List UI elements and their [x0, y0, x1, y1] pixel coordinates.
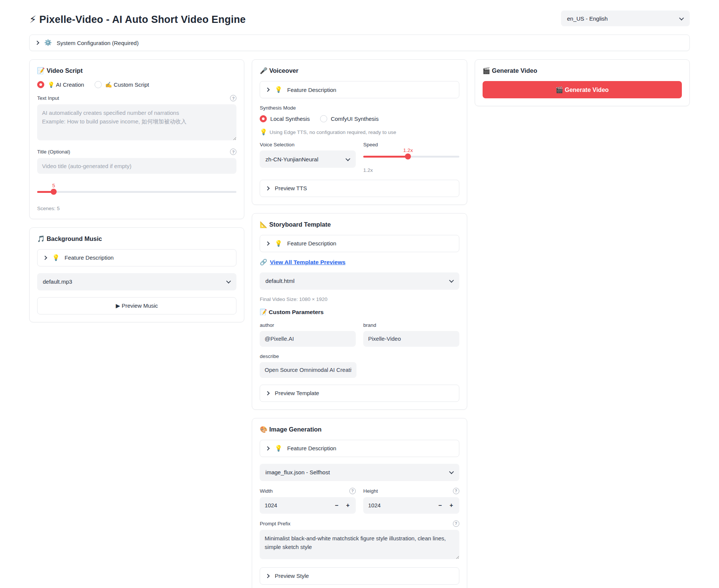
author-input[interactable] [260, 331, 356, 347]
preview-music-button[interactable]: ▶ Preview Music [37, 297, 236, 314]
synthesis-mode-block: Synthesis Mode Local Synthesis ComfyUI S… [260, 105, 459, 122]
preview-style-accordion[interactable]: Preview Style [260, 567, 459, 585]
script-text-input[interactable] [37, 104, 236, 140]
chevron-down-icon [226, 279, 231, 284]
feature-description-label: Feature Description [65, 254, 114, 261]
image-generation-card: 🎨 Image Generation 💡 Feature Description… [252, 418, 467, 588]
width-height-row: Width ? 1024 − + Height ? 1024 [260, 488, 459, 514]
voice-speed-row: Voice Selection zh-CN-YunjianNeural Spee… [260, 142, 459, 173]
radio-local-synthesis-label: Local Synthesis [270, 116, 310, 122]
music-feature-description-accordion[interactable]: 💡 Feature Description [37, 249, 236, 266]
radio-selected-icon [260, 115, 267, 122]
slider-track[interactable] [37, 191, 236, 193]
storyboard-feature-description-accordion[interactable]: 💡 Feature Description [260, 235, 459, 252]
generate-video-title: 🎬 Generate Video [483, 67, 682, 74]
height-value[interactable]: 1024 [368, 502, 435, 508]
help-icon[interactable]: ? [349, 488, 356, 494]
video-script-title: 📝 Video Script [37, 67, 236, 74]
radio-comfyui-synthesis[interactable]: ComfyUI Synthesis [320, 115, 379, 122]
workflow-dropdown[interactable]: image_flux.json - Selfhost [260, 464, 459, 481]
view-all-template-previews-link[interactable]: View All Template Previews [270, 259, 345, 266]
scenes-slider[interactable]: 5 [37, 183, 236, 193]
chevron-right-icon [266, 391, 270, 395]
script-mode-radio-group: 💡 AI Creation ✍️ Custom Script [37, 81, 236, 88]
bulb-icon: 💡 [275, 241, 282, 247]
voice-dropdown[interactable]: zh-CN-YunjianNeural [260, 150, 356, 168]
help-icon[interactable]: ? [230, 95, 236, 101]
template-previews-link-row: 🔗 View All Template Previews [260, 259, 459, 266]
help-icon[interactable]: ? [230, 149, 236, 155]
tts-hint-text: Using Edge TTS, no configuration require… [269, 129, 396, 135]
voiceover-card: 🎤 Voiceover 💡 Feature Description Synthe… [252, 59, 467, 205]
link-icon: 🔗 [260, 259, 267, 265]
generate-video-card: 🎬 Generate Video 🎬 Generate Video [475, 59, 690, 106]
width-value[interactable]: 1024 [265, 502, 331, 508]
radio-selected-icon [37, 81, 44, 88]
chevron-down-icon [449, 278, 454, 283]
describe-label: describe [260, 353, 459, 359]
voice-dropdown-value: zh-CN-YunjianNeural [265, 156, 318, 162]
final-video-size-caption: Final Video Size: 1080 × 1920 [260, 296, 459, 302]
help-icon[interactable]: ? [453, 520, 459, 527]
synthesis-mode-label: Synthesis Mode [260, 105, 459, 111]
brand-input[interactable] [363, 331, 459, 347]
height-decrement-button[interactable]: − [435, 499, 446, 512]
topbar: ⚡ Pixelle-Video - AI Auto Short Video En… [29, 8, 690, 26]
music-file-value: default.mp3 [43, 278, 72, 285]
chevron-down-icon [346, 156, 350, 161]
height-increment-button[interactable]: + [446, 499, 457, 512]
slider-track[interactable] [363, 156, 459, 158]
slider-thumb[interactable] [51, 189, 57, 195]
width-stepper: 1024 − + [260, 497, 356, 514]
slider-thumb[interactable] [405, 153, 411, 159]
bulb-icon: 💡 [52, 255, 60, 261]
slider-fill [363, 156, 408, 158]
tts-hint: 💡 Using Edge TTS, no configuration requi… [260, 129, 459, 135]
author-block: author [260, 322, 356, 347]
preview-style-label: Preview Style [275, 573, 309, 579]
column-left: 📝 Video Script 💡 AI Creation ✍️ Custom S… [29, 59, 244, 322]
radio-comfyui-synthesis-label: ComfyUI Synthesis [331, 116, 379, 122]
system-configuration-label: System Configuration (Required) [57, 40, 138, 46]
chevron-right-icon [35, 41, 39, 45]
width-increment-button[interactable]: + [342, 499, 353, 512]
image-feature-description-accordion[interactable]: 💡 Feature Description [260, 440, 459, 457]
scenes-caption: Scenes: 5 [37, 206, 236, 211]
language-dropdown[interactable]: en_US - English [561, 11, 690, 26]
help-icon[interactable]: ? [453, 488, 459, 494]
feature-description-label: Feature Description [287, 445, 336, 451]
prompt-prefix-label: Prompt Prefix [260, 521, 290, 526]
voice-selection-label: Voice Selection [260, 142, 356, 147]
generate-video-button[interactable]: 🎬 Generate Video [483, 81, 682, 98]
column-middle: 🎤 Voiceover 💡 Feature Description Synthe… [252, 59, 467, 588]
radio-ai-creation-label: 💡 AI Creation [48, 81, 84, 88]
feature-description-label: Feature Description [287, 87, 336, 93]
feature-description-label: Feature Description [287, 240, 336, 247]
voiceover-feature-description-accordion[interactable]: 💡 Feature Description [260, 81, 459, 98]
chevron-down-icon [679, 15, 684, 20]
width-label: Width [260, 488, 273, 494]
scenes-slider-value: 5 [52, 183, 55, 188]
preview-tts-accordion[interactable]: Preview TTS [260, 180, 459, 197]
gear-icon: ⚙️ [44, 40, 52, 46]
radio-ai-creation[interactable]: 💡 AI Creation [37, 81, 84, 88]
system-configuration-accordion[interactable]: ⚙️ System Configuration (Required) [29, 35, 690, 51]
height-label: Height [363, 488, 378, 494]
describe-input[interactable] [260, 362, 356, 378]
speed-slider[interactable]: 1.2x [363, 147, 459, 158]
video-script-card: 📝 Video Script 💡 AI Creation ✍️ Custom S… [29, 59, 244, 219]
radio-custom-script[interactable]: ✍️ Custom Script [95, 81, 149, 88]
preview-template-accordion[interactable]: Preview Template [260, 385, 459, 402]
template-dropdown[interactable]: default.html [260, 272, 459, 290]
chevron-right-icon [266, 87, 270, 92]
video-title-input[interactable] [37, 158, 236, 174]
preview-tts-label: Preview TTS [275, 185, 307, 191]
width-decrement-button[interactable]: − [331, 499, 342, 512]
prompt-prefix-textarea[interactable]: Minimalist black-and-white matchstick fi… [260, 530, 459, 559]
bulb-icon: 💡 [260, 129, 267, 135]
height-stepper: 1024 − + [363, 497, 459, 514]
music-file-dropdown[interactable]: default.mp3 [37, 273, 236, 290]
describe-block: describe [260, 353, 459, 378]
prompt-prefix-block: Prompt Prefix ? Minimalist black-and-whi… [260, 520, 459, 561]
radio-local-synthesis[interactable]: Local Synthesis [260, 115, 310, 122]
